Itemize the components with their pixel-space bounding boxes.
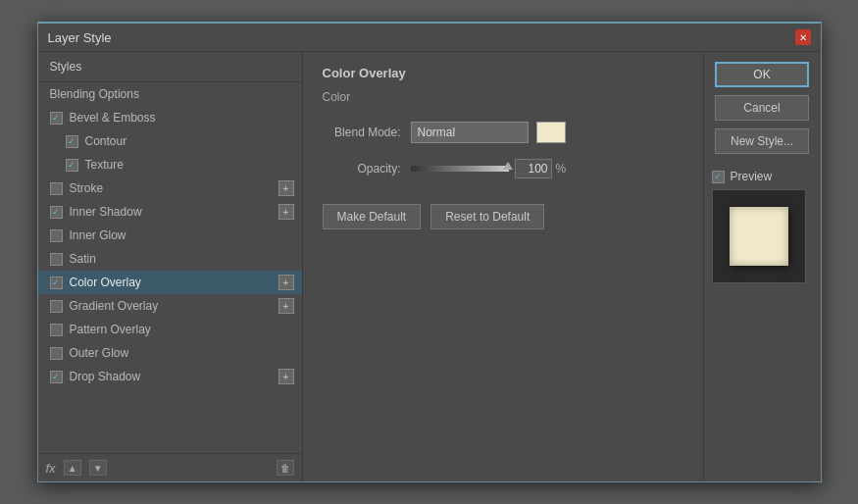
gradient-overlay-checkbox[interactable] xyxy=(50,300,63,313)
opacity-slider-thumb xyxy=(503,162,513,170)
layer-item-texture[interactable]: Texture xyxy=(38,153,302,176)
section-title: Color Overlay xyxy=(323,66,683,80)
texture-checkbox[interactable] xyxy=(66,159,78,172)
color-swatch[interactable] xyxy=(536,122,566,143)
opacity-label: Opacity: xyxy=(323,162,411,176)
bevel-checkbox[interactable] xyxy=(50,112,63,125)
layer-item-color-overlay[interactable]: Color Overlay + xyxy=(38,271,302,294)
preview-label: Preview xyxy=(731,170,773,183)
inner-shadow-label: Inner Shadow xyxy=(70,205,142,219)
preview-square xyxy=(730,207,788,266)
button-row: Make Default Reset to Default xyxy=(323,204,683,229)
contour-label: Contour xyxy=(85,134,127,148)
inner-glow-checkbox[interactable] xyxy=(50,229,63,242)
layer-item-outer-glow[interactable]: Outer Glow xyxy=(38,341,302,365)
layer-item-inner-shadow[interactable]: Inner Shadow + xyxy=(38,200,302,224)
reset-default-button[interactable]: Reset to Default xyxy=(430,204,544,229)
layer-item-bevel[interactable]: Bevel & Emboss xyxy=(38,106,302,129)
satin-label: Satin xyxy=(70,252,96,266)
inner-glow-label: Inner Glow xyxy=(70,228,126,242)
new-style-button[interactable]: New Style... xyxy=(715,128,809,154)
layer-item-contour[interactable]: Contour xyxy=(38,129,302,153)
stroke-label: Stroke xyxy=(70,181,104,195)
percent-label: % xyxy=(556,162,567,176)
ok-button[interactable]: OK xyxy=(715,62,809,87)
pattern-overlay-checkbox[interactable] xyxy=(50,324,63,336)
layer-item-gradient-overlay[interactable]: Gradient Overlay + xyxy=(38,294,302,318)
layer-item-blending[interactable]: Blending Options xyxy=(38,82,302,106)
satin-checkbox[interactable] xyxy=(50,253,63,266)
blend-mode-select[interactable]: Normal Dissolve Multiply Screen Overlay xyxy=(411,122,529,143)
dialog-title: Layer Style xyxy=(48,30,112,45)
right-panel: OK Cancel New Style... ✓ Preview xyxy=(703,52,821,481)
opacity-slider[interactable] xyxy=(411,166,509,172)
cancel-button[interactable]: Cancel xyxy=(715,95,809,121)
color-overlay-checkbox[interactable] xyxy=(50,277,63,289)
inner-shadow-add-button[interactable]: + xyxy=(278,204,294,220)
delete-style-button[interactable]: 🗑 xyxy=(277,460,294,476)
pattern-overlay-label: Pattern Overlay xyxy=(70,323,151,336)
gradient-overlay-label: Gradient Overlay xyxy=(70,299,159,313)
move-up-button[interactable]: ▲ xyxy=(64,460,81,476)
contour-checkbox[interactable] xyxy=(66,135,78,148)
drop-shadow-checkbox[interactable] xyxy=(50,371,63,383)
drop-shadow-label: Drop Shadow xyxy=(70,370,141,383)
inner-shadow-checkbox[interactable] xyxy=(50,206,63,219)
blend-mode-row: Blend Mode: Normal Dissolve Multiply Scr… xyxy=(323,122,683,143)
styles-header: Styles xyxy=(38,52,302,82)
texture-label: Texture xyxy=(85,158,124,172)
blend-mode-label: Blend Mode: xyxy=(323,126,411,139)
title-bar: Layer Style ✕ xyxy=(38,24,821,52)
preview-section: ✓ Preview xyxy=(712,170,813,283)
layer-item-pattern-overlay[interactable]: Pattern Overlay xyxy=(38,318,302,341)
bevel-label: Bevel & Emboss xyxy=(70,111,156,125)
layer-item-stroke[interactable]: Stroke + xyxy=(38,176,302,200)
color-overlay-add-button[interactable]: + xyxy=(278,275,294,290)
close-button[interactable]: ✕ xyxy=(795,29,811,45)
move-down-button[interactable]: ▼ xyxy=(89,460,107,476)
stroke-add-button[interactable]: + xyxy=(278,180,294,196)
layer-list: Blending Options Bevel & Emboss Contour … xyxy=(38,82,302,453)
drop-shadow-add-button[interactable]: + xyxy=(278,369,294,384)
preview-label-row: ✓ Preview xyxy=(712,170,773,183)
layer-style-dialog: Layer Style ✕ Styles Blending Options Be… xyxy=(37,22,822,482)
gradient-overlay-add-button[interactable]: + xyxy=(278,298,294,314)
layer-item-satin[interactable]: Satin xyxy=(38,247,302,271)
layer-item-drop-shadow[interactable]: Drop Shadow + xyxy=(38,365,302,388)
make-default-button[interactable]: Make Default xyxy=(323,204,422,229)
main-panel: Color Overlay Color Blend Mode: Normal D… xyxy=(303,52,703,481)
outer-glow-checkbox[interactable] xyxy=(50,347,63,360)
dialog-body: Styles Blending Options Bevel & Emboss C… xyxy=(38,52,821,481)
opacity-row: Opacity: % xyxy=(323,159,683,178)
layer-item-inner-glow[interactable]: Inner Glow xyxy=(38,224,302,247)
preview-canvas xyxy=(712,189,806,283)
blending-label: Blending Options xyxy=(50,87,139,101)
outer-glow-label: Outer Glow xyxy=(70,346,129,360)
preview-checkbox[interactable]: ✓ xyxy=(712,171,725,183)
fx-label: fx xyxy=(46,461,56,476)
color-overlay-label: Color Overlay xyxy=(70,276,141,289)
opacity-input[interactable] xyxy=(515,159,552,178)
stroke-checkbox[interactable] xyxy=(50,182,63,195)
left-panel: Styles Blending Options Bevel & Emboss C… xyxy=(38,52,303,481)
bottom-toolbar: fx ▲ ▼ 🗑 xyxy=(38,453,302,481)
section-subtitle: Color xyxy=(323,90,683,104)
